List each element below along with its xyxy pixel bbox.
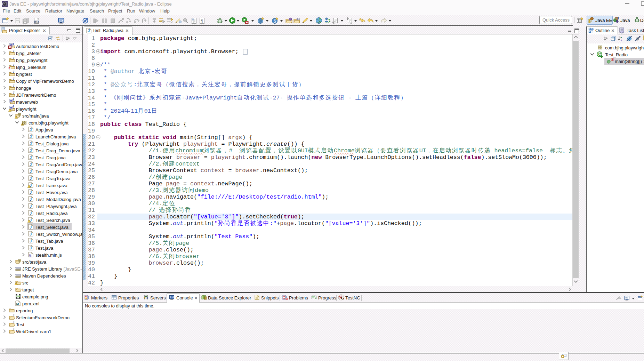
svg-text:J: J <box>88 29 90 33</box>
svg-text:¶: ¶ <box>201 18 203 23</box>
svg-text:S: S <box>274 19 276 24</box>
svg-text:G: G <box>341 295 345 300</box>
svg-text:C: C <box>598 52 601 56</box>
svg-text:z: z <box>621 38 622 41</box>
svg-text:010: 010 <box>35 21 39 24</box>
svg-text:J: J <box>618 17 619 20</box>
